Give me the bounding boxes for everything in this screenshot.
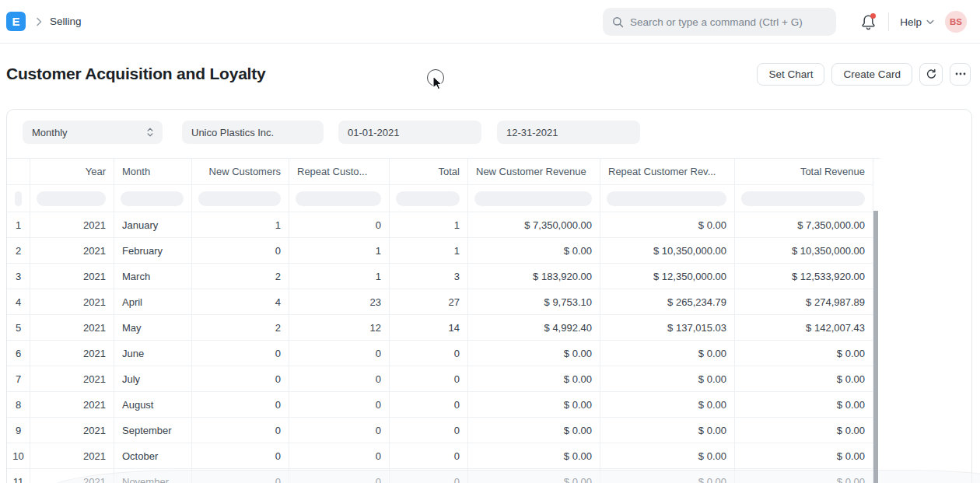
cell-year[interactable]: 2021 bbox=[30, 212, 114, 238]
cell-month[interactable]: October bbox=[114, 443, 192, 469]
cell-new-customer-revenue[interactable]: $ 0.00 bbox=[468, 443, 600, 469]
notifications-button[interactable] bbox=[859, 12, 877, 31]
vertical-scrollbar-thumb[interactable] bbox=[873, 211, 878, 483]
cell-month[interactable]: November bbox=[114, 469, 192, 483]
column-header-repeat-customer-rev[interactable]: Repeat Customer Rev... bbox=[600, 159, 735, 185]
cell-repeat-custo[interactable]: 1 bbox=[289, 238, 390, 264]
column-filter-input[interactable] bbox=[296, 191, 381, 206]
column-filter-input[interactable] bbox=[198, 191, 281, 206]
cell-month[interactable]: September bbox=[114, 418, 192, 443]
cell-total[interactable]: 0 bbox=[390, 469, 468, 483]
cell-new-customer-revenue[interactable]: $ 7,350,000.00 bbox=[468, 212, 600, 238]
cell-year[interactable]: 2021 bbox=[30, 443, 114, 469]
cell-repeat-custo[interactable]: 23 bbox=[289, 289, 390, 315]
cell-month[interactable]: February bbox=[114, 238, 192, 264]
row-index[interactable]: 8 bbox=[7, 392, 30, 418]
cell-repeat-custo[interactable]: 0 bbox=[289, 469, 390, 483]
column-header-row-index[interactable] bbox=[7, 159, 30, 185]
cell-new-customers[interactable]: 0 bbox=[192, 443, 289, 469]
cell-total-revenue[interactable]: $ 7,350,000.00 bbox=[735, 212, 873, 238]
cell-repeat-customer-rev[interactable]: $ 137,015.03 bbox=[600, 315, 735, 341]
user-avatar[interactable]: BS bbox=[945, 11, 967, 33]
cell-new-customer-revenue[interactable]: $ 0.00 bbox=[468, 238, 600, 264]
set-chart-button[interactable]: Set Chart bbox=[757, 63, 824, 86]
cell-month[interactable]: March bbox=[114, 264, 192, 289]
cell-total[interactable]: 0 bbox=[390, 443, 468, 469]
column-filter-input[interactable] bbox=[121, 191, 184, 206]
cell-total-revenue[interactable]: $ 0.00 bbox=[735, 469, 873, 483]
cell-total-revenue[interactable]: $ 274,987.89 bbox=[735, 289, 873, 315]
row-index[interactable]: 11 bbox=[7, 469, 30, 483]
cell-repeat-customer-rev[interactable]: $ 0.00 bbox=[600, 392, 735, 418]
cell-total[interactable]: 0 bbox=[390, 418, 468, 443]
column-header-new-customers[interactable]: New Customers bbox=[192, 159, 289, 185]
cell-year[interactable]: 2021 bbox=[30, 341, 114, 366]
cell-total-revenue[interactable]: $ 0.00 bbox=[735, 366, 873, 392]
cell-total-revenue[interactable]: $ 0.00 bbox=[735, 443, 873, 469]
row-index[interactable]: 6 bbox=[7, 341, 30, 366]
cell-month[interactable]: May bbox=[114, 315, 192, 341]
menu-button[interactable] bbox=[950, 63, 971, 86]
cell-new-customer-revenue[interactable]: $ 9,753.10 bbox=[468, 289, 600, 315]
cell-repeat-custo[interactable]: 0 bbox=[289, 392, 390, 418]
row-index[interactable]: 7 bbox=[7, 366, 30, 392]
row-index[interactable]: 5 bbox=[7, 315, 30, 341]
cell-new-customers[interactable]: 1 bbox=[192, 212, 289, 238]
row-index[interactable]: 3 bbox=[7, 264, 30, 289]
cell-repeat-customer-rev[interactable]: $ 0.00 bbox=[600, 366, 735, 392]
cell-new-customer-revenue[interactable]: $ 0.00 bbox=[468, 392, 600, 418]
cell-new-customers[interactable]: 0 bbox=[192, 392, 289, 418]
cell-total-revenue[interactable]: $ 0.00 bbox=[735, 392, 873, 418]
cell-repeat-custo[interactable]: 0 bbox=[289, 443, 390, 469]
cell-month[interactable]: June bbox=[114, 341, 192, 366]
column-header-repeat-custo[interactable]: Repeat Custo... bbox=[289, 159, 390, 185]
create-card-button[interactable]: Create Card bbox=[831, 63, 912, 86]
cell-repeat-custo[interactable]: 0 bbox=[289, 341, 390, 366]
cell-total[interactable]: 3 bbox=[390, 264, 468, 289]
period-select[interactable]: Monthly bbox=[23, 121, 163, 144]
cell-total[interactable]: 1 bbox=[390, 212, 468, 238]
cell-total[interactable]: 27 bbox=[390, 289, 468, 315]
cell-new-customers[interactable]: 2 bbox=[192, 264, 289, 289]
app-logo[interactable]: E bbox=[6, 12, 26, 31]
cell-repeat-customer-rev[interactable]: $ 0.00 bbox=[600, 212, 735, 238]
cell-new-customer-revenue[interactable]: $ 0.00 bbox=[468, 366, 600, 392]
cell-repeat-customer-rev[interactable]: $ 0.00 bbox=[600, 443, 735, 469]
cell-repeat-custo[interactable]: 0 bbox=[289, 212, 390, 238]
column-filter-input[interactable] bbox=[607, 191, 726, 206]
row-index[interactable]: 4 bbox=[7, 289, 30, 315]
row-index[interactable]: 1 bbox=[7, 212, 30, 238]
row-index[interactable]: 10 bbox=[7, 443, 30, 469]
cell-new-customer-revenue[interactable]: $ 183,920.00 bbox=[468, 264, 600, 289]
cell-repeat-custo[interactable]: 12 bbox=[289, 315, 390, 341]
column-header-total[interactable]: Total bbox=[390, 159, 468, 185]
cell-new-customer-revenue[interactable]: $ 0.00 bbox=[468, 341, 600, 366]
cell-new-customer-revenue[interactable]: $ 4,992.40 bbox=[468, 315, 600, 341]
column-header-new-customer-revenue[interactable]: New Customer Revenue bbox=[468, 159, 600, 185]
refresh-button[interactable] bbox=[919, 63, 943, 86]
column-filter-input[interactable] bbox=[396, 191, 460, 206]
cell-total[interactable]: 14 bbox=[390, 315, 468, 341]
cell-total[interactable]: 0 bbox=[390, 366, 468, 392]
cell-new-customers[interactable]: 0 bbox=[192, 418, 289, 443]
cell-repeat-customer-rev[interactable]: $ 0.00 bbox=[600, 469, 735, 483]
cell-new-customers[interactable]: 0 bbox=[192, 238, 289, 264]
cell-month[interactable]: July bbox=[114, 366, 192, 392]
column-filter-input[interactable] bbox=[474, 191, 592, 206]
row-index[interactable]: 2 bbox=[7, 238, 30, 264]
cell-year[interactable]: 2021 bbox=[30, 366, 114, 392]
cell-new-customer-revenue[interactable]: $ 0.00 bbox=[468, 418, 600, 443]
to-date-input[interactable]: 12-31-2021 bbox=[497, 121, 640, 144]
cell-total[interactable]: 1 bbox=[390, 238, 468, 264]
column-filter-input[interactable] bbox=[15, 191, 22, 206]
cell-total-revenue[interactable]: $ 142,007.43 bbox=[735, 315, 873, 341]
cell-new-customers[interactable]: 4 bbox=[192, 289, 289, 315]
column-header-year[interactable]: Year bbox=[30, 159, 114, 185]
cell-month[interactable]: April bbox=[114, 289, 192, 315]
cell-repeat-customer-rev[interactable]: $ 0.00 bbox=[600, 418, 735, 443]
column-header-total-revenue[interactable]: Total Revenue bbox=[735, 159, 873, 185]
cell-new-customers[interactable]: 0 bbox=[192, 341, 289, 366]
cell-new-customer-revenue[interactable]: $ 0.00 bbox=[468, 469, 600, 483]
cell-repeat-custo[interactable]: 0 bbox=[289, 418, 390, 443]
breadcrumb-selling[interactable]: Selling bbox=[50, 16, 82, 27]
